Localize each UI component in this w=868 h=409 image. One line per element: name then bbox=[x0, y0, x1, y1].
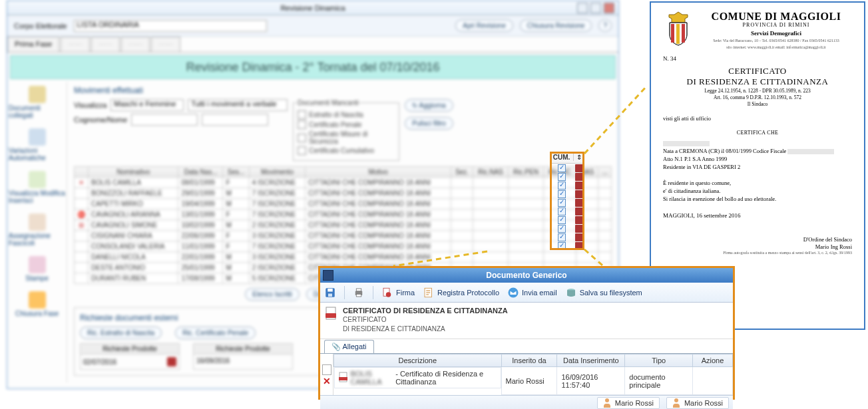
print-button[interactable] bbox=[353, 287, 365, 299]
nome-input[interactable] bbox=[202, 114, 268, 126]
cum-checkbox[interactable] bbox=[558, 164, 566, 172]
svg-rect-4 bbox=[327, 289, 333, 292]
attachment-row[interactable]: BOLIS CAMILLA - Certificato di Residenza… bbox=[334, 367, 733, 395]
firma-button[interactable]: Firma bbox=[381, 287, 415, 299]
svg-rect-8 bbox=[356, 294, 361, 297]
cum-row[interactable] bbox=[550, 215, 584, 224]
disk-icon bbox=[565, 287, 577, 299]
table-row[interactable]: BONIZZOLI RAFFAELE29/01/1999M7 ISCRIZION… bbox=[75, 188, 612, 199]
col-data[interactable]: Data Inserimento bbox=[557, 354, 625, 367]
richieste-box-2: Richieste Prodotte 16/09/2016 bbox=[193, 343, 293, 370]
book-icon[interactable] bbox=[575, 199, 583, 207]
row-data: 16/09/2016 11:57:40 bbox=[557, 367, 625, 395]
doc-info: CERTIFICATO DI RESIDENZA E CITTADINANZA … bbox=[320, 303, 733, 339]
sidebar-stampe[interactable]: Stampe bbox=[9, 256, 65, 282]
aggiorna-button[interactable]: ↻ Aggiorna bbox=[405, 99, 453, 112]
chk-cumulativo[interactable]: Certificato Cumulativo bbox=[298, 146, 395, 155]
tab-allegati[interactable]: 📎 Allegati bbox=[324, 340, 374, 353]
corpo-select[interactable]: LISTA ORDINARIA bbox=[74, 20, 267, 32]
book-icon[interactable] bbox=[575, 225, 583, 233]
cum-checkbox[interactable] bbox=[558, 173, 566, 181]
save-button[interactable] bbox=[324, 287, 336, 299]
svg-rect-20 bbox=[682, 24, 685, 43]
book-icon[interactable] bbox=[575, 216, 583, 224]
svg-rect-5 bbox=[328, 293, 332, 297]
cert-res2: È residente in questo comune, bbox=[663, 180, 852, 188]
cum-checkbox[interactable] bbox=[558, 199, 566, 207]
elenco-iscritti-button[interactable]: Elenco Iscritti bbox=[245, 288, 299, 301]
cert-law1: Legge 24.12.1954, n. 1228 - DPR 30.05.19… bbox=[663, 88, 852, 94]
ric-nascita-button[interactable]: Ric. Estratto di Nascita bbox=[80, 327, 162, 339]
ric-penale-button[interactable]: Ric. Certificato Penale bbox=[175, 327, 256, 339]
sidebar-visualizza[interactable]: Visualizza Modifica Inserisci bbox=[9, 171, 65, 204]
cum-checkbox[interactable] bbox=[558, 190, 566, 198]
cum-row[interactable] bbox=[550, 207, 584, 215]
cert-addr2: sito internet: www.maggioli.it email: in… bbox=[700, 45, 852, 50]
sidebar-documenti[interactable]: Documenti collegati bbox=[9, 86, 65, 119]
cum-checkbox[interactable] bbox=[558, 242, 566, 250]
cum-row[interactable] bbox=[550, 241, 584, 250]
doc-tabs: 📎 Allegati bbox=[320, 339, 733, 354]
table-row[interactable]: ⛔CAVAGNOLI ARIANNA13/01/1999F7 ISCRIZION… bbox=[75, 209, 612, 220]
cum-row[interactable] bbox=[550, 181, 584, 190]
sidebar-variazioni[interactable]: Variazioni Automatiche bbox=[9, 128, 65, 162]
sidebar-chiusura[interactable]: Chiusura Fase bbox=[9, 291, 65, 317]
sidebar: Documenti collegati Variazioni Automatic… bbox=[7, 82, 67, 382]
invia-label: Invia email bbox=[522, 289, 557, 297]
apri-revisione-button[interactable]: Apri Revisione bbox=[455, 19, 513, 32]
cum-row[interactable] bbox=[550, 164, 584, 172]
cum-checkbox[interactable] bbox=[558, 182, 566, 190]
chk-sicurezza[interactable]: Certificato Misure di Sicurezza bbox=[298, 130, 395, 145]
sort-icon[interactable]: ⇕ bbox=[574, 154, 584, 161]
book-icon[interactable] bbox=[575, 242, 583, 250]
table-row[interactable]: CAPETTI MIRKO19/04/1999M7 ISCRIZIONECITT… bbox=[75, 199, 612, 209]
chk-estratto[interactable]: Estratto di Nascita bbox=[298, 110, 395, 119]
cum-checkbox[interactable] bbox=[558, 225, 566, 233]
sidebar-assegnazione[interactable]: Assegnazione Fascicoli bbox=[9, 213, 65, 247]
table-row[interactable]: ⊞CAVAGNOLI SIMONE10/02/1999M2 ISCRIZIONE… bbox=[75, 220, 612, 231]
tab-prima-fase[interactable]: Prima Fase bbox=[7, 37, 59, 52]
cert-bollo: Si rilascia in esenzione del bollo ad us… bbox=[663, 196, 852, 204]
book-icon[interactable] bbox=[575, 182, 583, 190]
col-descrizione[interactable]: Descrizione bbox=[334, 354, 502, 367]
book-icon[interactable] bbox=[575, 207, 583, 215]
visualizza-select[interactable]: Maschi e Femmine bbox=[110, 99, 184, 111]
cum-checkbox[interactable] bbox=[558, 233, 566, 241]
chk-penale[interactable]: Certificato Penale bbox=[298, 120, 395, 129]
salva-filesystem-button[interactable]: Salva su filesystem bbox=[565, 287, 642, 299]
book-icon[interactable] bbox=[575, 164, 583, 172]
pdf-icon[interactable] bbox=[167, 357, 176, 366]
cert-law2: Art. 16, comma 9 D.P.R. 12.10.1993, n. 5… bbox=[663, 94, 852, 100]
cognome-input[interactable] bbox=[131, 114, 198, 126]
delete-row-button[interactable]: ✕ bbox=[323, 376, 331, 386]
book-icon[interactable] bbox=[575, 233, 583, 241]
table-row[interactable]: DANELLI NICOLA22/01/1999M3 ISCRIZIONECIT… bbox=[75, 252, 612, 263]
pulisci-button[interactable]: Pulisci filtro bbox=[405, 117, 453, 130]
table-row[interactable]: CISIGNANI CHIARA22/06/1999F3 ISCRIZIONEC… bbox=[75, 231, 612, 241]
help-button[interactable]: ? bbox=[598, 19, 612, 32]
book-icon[interactable] bbox=[575, 173, 583, 181]
table-row[interactable]: CONSOLANDI VALERIA11/01/1999F7 ISCRIZION… bbox=[75, 241, 612, 252]
cum-checkbox[interactable] bbox=[558, 216, 566, 224]
cum-row[interactable] bbox=[550, 198, 584, 207]
invia-email-button[interactable]: Invia email bbox=[507, 287, 557, 299]
cert-atto: Atto N.1 P.1 S.A Anno 1999 bbox=[663, 156, 852, 164]
add-row-button[interactable] bbox=[322, 364, 331, 375]
cum-checkbox[interactable] bbox=[558, 207, 566, 215]
chiusura-revisione-button[interactable]: Chiusura Revisione bbox=[520, 19, 592, 32]
registra-protocollo-button[interactable]: Registra Protocollo bbox=[423, 287, 499, 299]
col-inserito[interactable]: Inserito da bbox=[501, 354, 557, 367]
book-icon[interactable] bbox=[575, 190, 583, 198]
col-tipo[interactable]: Tipo bbox=[625, 354, 693, 367]
cum-column: CUM. ⇕ bbox=[550, 152, 584, 250]
cum-row[interactable] bbox=[550, 233, 584, 241]
cum-row[interactable] bbox=[550, 172, 584, 181]
col-azione[interactable]: Azione bbox=[693, 354, 733, 367]
movimenti-select[interactable]: Tutti i movimenti a verbale bbox=[188, 99, 288, 111]
table-row[interactable]: ✕BOLIS CAMILLA08/01/1999F4 ISCRIZIONECIT… bbox=[75, 178, 612, 188]
cert-number: N. 34 bbox=[663, 55, 852, 62]
row-tipo: documento principale bbox=[625, 367, 693, 395]
cum-row[interactable] bbox=[550, 190, 584, 198]
window-titlebar: Revisione Dinamica bbox=[7, 1, 618, 15]
cum-row[interactable] bbox=[550, 224, 584, 233]
